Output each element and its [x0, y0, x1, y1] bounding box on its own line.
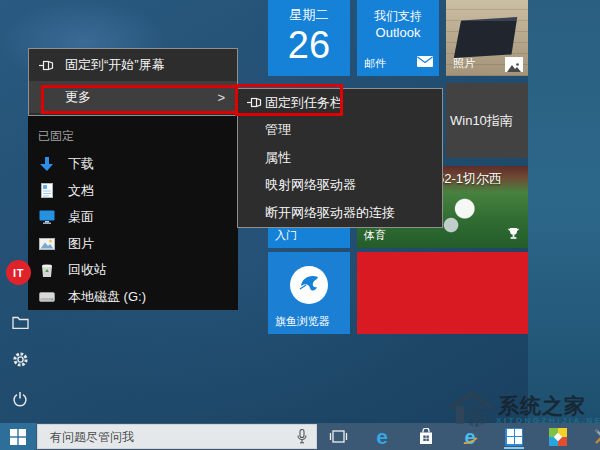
tile-sailfish-browser[interactable]: 旗鱼浏览器 — [268, 252, 350, 334]
desktop-icon — [38, 209, 55, 226]
calendar-day: 26 — [268, 24, 350, 66]
win10-guide-label: Win10指南 — [446, 112, 513, 130]
photos-icon — [505, 57, 523, 72]
photos-live-image — [451, 15, 523, 58]
mail-line1: 我们支持 — [357, 8, 439, 25]
sports-label: 体育 — [364, 228, 386, 243]
power-icon[interactable] — [10, 389, 30, 409]
chevron-right-icon: > — [217, 90, 225, 105]
submenu-item-label: 映射网络驱动器 — [265, 176, 356, 194]
context-menu-item-label: 固定到“开始”屏幕 — [57, 56, 165, 74]
jumplist-item-label: 文档 — [55, 182, 94, 200]
jumplist-item-label: 本地磁盘 (G:) — [55, 288, 146, 306]
microphone-icon[interactable] — [297, 429, 316, 444]
tools-app-icon[interactable] — [590, 425, 600, 449]
jumplist-item-recycle-bin[interactable]: 回收站 — [28, 257, 238, 284]
active-app-indicator — [504, 447, 524, 449]
jumplist-item-downloads[interactable]: 下载 — [28, 151, 238, 178]
task-view-icon[interactable] — [326, 425, 350, 449]
colorful-app-icon[interactable] — [546, 425, 570, 449]
start-menu: 星期二 26 我们支持 Outlook 邮件 照片 Win10指南 入门 52-… — [0, 0, 528, 423]
blue-grid-app-icon[interactable] — [502, 425, 526, 449]
document-icon — [38, 182, 55, 199]
trophy-icon — [507, 226, 520, 244]
context-submenu: 固定到任务栏 管理 属性 映射网络驱动器 断开网络驱动器的连接 — [237, 88, 443, 228]
jumplist-item-local-disk-g[interactable]: 本地磁盘 (G:) — [28, 284, 238, 311]
internet-explorer-icon[interactable]: e — [458, 425, 482, 449]
download-icon — [38, 156, 55, 173]
documents-icon[interactable] — [10, 312, 30, 332]
submenu-item-map-network-drive[interactable]: 映射网络驱动器 — [238, 172, 442, 200]
jumplist-item-label: 图片 — [55, 235, 94, 253]
tile-win10-guide[interactable]: Win10指南 — [446, 83, 528, 158]
context-menu-item-pin-to-start[interactable]: 固定到“开始”屏幕 — [29, 49, 237, 81]
submenu-item-label: 属性 — [265, 149, 291, 167]
submenu-item-disconnect-network-drive[interactable]: 断开网络驱动器的连接 — [238, 199, 442, 227]
store-icon[interactable] — [414, 425, 438, 449]
tile-photos[interactable]: 照片 — [446, 0, 528, 76]
submenu-item-pin-to-taskbar[interactable]: 固定到任务栏 — [238, 89, 442, 117]
calendar-weekday: 星期二 — [268, 6, 350, 24]
pin-icon — [39, 60, 57, 71]
jumplist-item-label: 回收站 — [55, 261, 107, 279]
jumplist-item-label: 桌面 — [55, 208, 94, 226]
jumplist-item-pictures[interactable]: 图片 — [28, 231, 238, 258]
sports-headline: 52-1切尔西 — [437, 170, 502, 188]
context-menu: 固定到“开始”屏幕 更多 > — [28, 48, 238, 116]
search-box[interactable] — [37, 424, 317, 449]
settings-gear-icon[interactable] — [10, 349, 30, 369]
submenu-item-label: 断开网络驱动器的连接 — [265, 204, 395, 222]
windows10-desktop: 星期二 26 我们支持 Outlook 邮件 照片 Win10指南 入门 52-… — [0, 0, 600, 450]
get-started-label: 入门 — [275, 228, 297, 243]
submenu-item-label: 管理 — [265, 121, 291, 139]
mail-label: 邮件 — [364, 56, 386, 71]
search-input[interactable] — [38, 430, 297, 444]
jumplist-item-desktop[interactable]: 桌面 — [28, 204, 238, 231]
start-button[interactable] — [0, 423, 36, 450]
submenu-item-properties[interactable]: 属性 — [238, 144, 442, 172]
pin-icon — [247, 97, 265, 108]
submenu-item-manage[interactable]: 管理 — [238, 117, 442, 145]
context-menu-item-more[interactable]: 更多 > — [29, 81, 237, 113]
mail-line2: Outlook — [357, 25, 439, 40]
disk-icon — [38, 288, 55, 305]
tile-mail[interactable]: 我们支持 Outlook 邮件 — [357, 0, 439, 76]
windows-logo-icon — [10, 429, 26, 445]
photos-label: 照片 — [453, 56, 475, 71]
jumplist-item-documents[interactable]: 文档 — [28, 178, 238, 205]
mail-envelope-icon — [417, 53, 433, 71]
jumplist-item-label: 下载 — [55, 155, 94, 173]
taskbar: e e — [0, 423, 600, 450]
tile-calendar[interactable]: 星期二 26 — [268, 0, 350, 76]
recycle-bin-icon — [38, 262, 55, 279]
pictures-icon — [38, 235, 55, 252]
browser-label: 旗鱼浏览器 — [275, 314, 330, 329]
submenu-item-label: 固定到任务栏 — [265, 94, 343, 112]
context-menu-item-label: 更多 — [57, 88, 91, 106]
edge-icon[interactable]: e — [370, 425, 394, 449]
swordfish-icon — [290, 266, 328, 304]
ithome-logo-badge: IT — [6, 260, 31, 285]
tile-red[interactable] — [357, 252, 528, 334]
